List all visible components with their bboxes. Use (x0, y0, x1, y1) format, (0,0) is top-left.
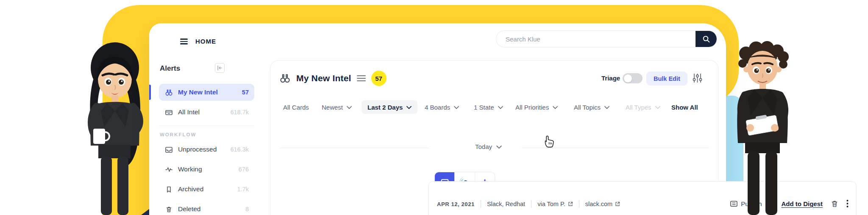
panel-collapse-left-icon[interactable] (215, 63, 225, 73)
external-link-icon (615, 201, 620, 207)
chevron-down-icon (498, 106, 503, 109)
selected-indicator (149, 85, 151, 100)
external-link-icon (568, 201, 573, 207)
search-bar (496, 30, 717, 47)
sidebar-item-label: Deleted (178, 205, 200, 213)
card-date: APR 12, 2021 (437, 201, 475, 207)
home-label: HOME (195, 38, 216, 45)
businesswoman-figurine (75, 39, 155, 215)
sidebar-item-count: 1.7k (237, 186, 249, 193)
binoculars-icon (165, 89, 173, 96)
triage-label: Triage (601, 74, 620, 82)
filter-priorities[interactable]: All Priorities (515, 100, 558, 114)
panel-header: My New Intel 57 (279, 71, 387, 86)
chevron-down-icon (553, 106, 558, 109)
sidebar-section-label: WORKFLOW (160, 132, 196, 137)
date-group-toggle[interactable]: Today (475, 143, 502, 150)
triage-toggle[interactable] (623, 73, 643, 83)
chevron-down-icon (496, 145, 502, 149)
sidebar-item-archived[interactable]: Archived 1.7k (159, 181, 254, 198)
chevron-down-icon (347, 106, 352, 109)
toggle-knob (624, 74, 632, 83)
top-bar: HOME (180, 37, 216, 46)
sidebar-divider (159, 126, 254, 126)
sidebar-item-label: Archived (178, 185, 203, 193)
sidebar-item-working[interactable]: Working 676 (159, 161, 254, 178)
filter-sliders-icon[interactable] (692, 72, 703, 84)
filter-last-2-days[interactable]: Last 2 Days (362, 100, 417, 114)
divider (280, 148, 428, 148)
inbox-icon (165, 146, 173, 153)
bookmark-icon (165, 186, 173, 193)
trash-icon (831, 200, 838, 208)
sidebar-item-label: Working (178, 165, 202, 173)
sidebar-title: Alerts (160, 64, 180, 73)
chevron-down-icon (655, 106, 660, 109)
bulk-edit-button[interactable]: Bulk Edit (646, 72, 687, 85)
card-sources: Slack, Redhat (487, 201, 525, 207)
chevron-down-icon (454, 106, 459, 109)
app-window: HOME Alerts My New Intel 57 (149, 23, 726, 215)
menu-icon[interactable] (180, 37, 188, 46)
sidebar-item-label: All Intel (178, 108, 200, 116)
main-panel: My New Intel 57 Triage Bulk Edit All Car… (270, 60, 718, 215)
filter-show-all[interactable]: Show All (671, 100, 698, 114)
hand-cursor-icon (542, 135, 555, 148)
tray-icon (165, 109, 173, 116)
sidebar-item-label: My New Intel (178, 88, 218, 96)
delete-card-button[interactable] (831, 200, 838, 208)
count-badge: 57 (371, 71, 387, 86)
sidebar-item-count: 616.3k (230, 146, 249, 153)
divider (481, 200, 481, 208)
trash-icon (165, 206, 173, 213)
card-via-link[interactable]: via Tom P. (537, 201, 573, 207)
filter-topics[interactable]: All Topics (574, 100, 609, 114)
search-button[interactable] (696, 30, 717, 47)
page: HOME Alerts My New Intel 57 (0, 0, 868, 215)
sidebar-item-unprocessed[interactable]: Unprocessed 616.3k (159, 141, 254, 158)
sidebar-item-count: 618.7k (230, 109, 249, 116)
pulse-icon (165, 166, 173, 173)
filter-boards[interactable]: 4 Boards (425, 100, 459, 114)
card-meta: APR 12, 2021 Slack, Redhat via Tom P. sl… (437, 200, 620, 208)
chevron-down-icon (406, 106, 412, 109)
filter-state[interactable]: 1 State (474, 100, 503, 114)
card-domain-link[interactable]: slack.com (585, 201, 620, 207)
sidebar-item-count: 57 (242, 89, 249, 96)
filter-bar: All Cards Newest Last 2 Days 4 Boards 1 … (270, 100, 718, 115)
filter-types[interactable]: All Types (626, 100, 660, 114)
binoculars-icon (279, 73, 291, 83)
filter-all-cards[interactable]: All Cards (283, 100, 309, 114)
sidebar-item-count: 8 (245, 206, 249, 212)
sidebar-item-count: 676 (239, 166, 249, 173)
search-icon (702, 35, 710, 43)
filter-newest[interactable]: Newest (322, 100, 352, 114)
page-title: My New Intel (296, 73, 351, 83)
sidebar-item-deleted[interactable]: Deleted 8 (159, 201, 254, 215)
list-menu-icon[interactable] (357, 74, 366, 83)
sidebar-item-label: Unprocessed (178, 146, 217, 153)
divider (579, 200, 579, 208)
chevron-down-icon (604, 106, 609, 109)
search-input[interactable] (496, 36, 696, 43)
date-group-row: Today (270, 143, 718, 153)
sidebar-item-my-new-intel[interactable]: My New Intel 57 (159, 84, 254, 101)
businessman-figurine (720, 41, 810, 215)
divider (531, 200, 531, 208)
more-options-kebab-icon[interactable] (846, 199, 849, 208)
sidebar-item-all-intel[interactable]: All Intel 618.7k (159, 104, 254, 121)
